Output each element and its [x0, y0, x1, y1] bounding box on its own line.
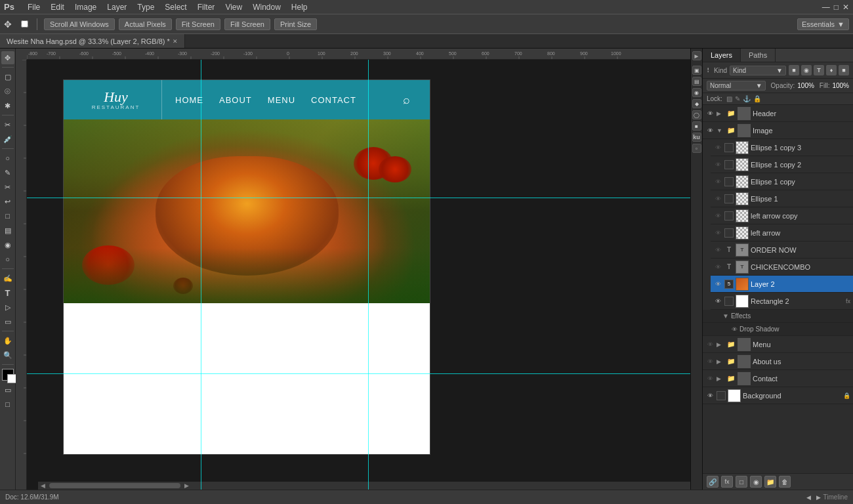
foreground-color[interactable]: [2, 369, 14, 381]
tab-paths[interactable]: Paths: [741, 49, 776, 62]
menu-window[interactable]: Window: [253, 3, 281, 12]
visibility-menu[interactable]: 👁: [705, 340, 715, 349]
visibility-ellipse[interactable]: 👁: [713, 194, 722, 203]
shape-tool[interactable]: ▭: [1, 315, 14, 328]
nav-menu[interactable]: MENU: [268, 95, 295, 105]
lock-all-icon[interactable]: 🔒: [753, 95, 761, 102]
tool-small-3[interactable]: ◉: [692, 88, 701, 97]
visibility-image[interactable]: 👁: [705, 126, 715, 135]
menu-image[interactable]: Image: [75, 3, 96, 12]
auto-select-checkbox[interactable]: [21, 20, 28, 28]
layer-fx-btn[interactable]: fx: [721, 476, 733, 488]
search-icon[interactable]: ⌕: [403, 93, 410, 107]
tool-small-7[interactable]: ku: [692, 133, 701, 142]
expand-image[interactable]: ▼: [717, 127, 724, 134]
visibility-ellipse-copy[interactable]: 👁: [713, 177, 722, 186]
hand-tool[interactable]: ✋: [1, 334, 14, 347]
canvas-area[interactable]: -800 -700 -600 -500 -400 -300 -200 -100: [16, 49, 690, 490]
layer-menu-folder[interactable]: 👁 ▶ 📁 Menu: [703, 336, 853, 353]
menu-view[interactable]: View: [225, 3, 242, 12]
scrollbar-thumb[interactable]: [49, 483, 180, 488]
scroll-all-windows-btn[interactable]: Scroll All Windows: [44, 18, 115, 30]
essentials-dropdown[interactable]: Essentials ▼: [797, 18, 849, 30]
visibility-order-now[interactable]: 👁: [713, 245, 722, 255]
blur-tool[interactable]: ◉: [1, 238, 14, 251]
brush-tool[interactable]: ✎: [1, 166, 14, 179]
layer-image-folder[interactable]: 👁 ▼ 📁 Image: [703, 122, 853, 139]
menu-filter[interactable]: Filter: [198, 3, 215, 12]
menu-select[interactable]: Select: [165, 3, 186, 12]
filter-adjustment-icon[interactable]: ◉: [801, 65, 812, 75]
menu-type[interactable]: Type: [137, 3, 154, 12]
layer-rectangle-2[interactable]: 👁 Rectangle 2 fx: [711, 293, 853, 310]
gradient-tool[interactable]: ▤: [1, 224, 14, 237]
tab-layers[interactable]: Layers: [703, 49, 741, 62]
layer-ellipse-1-copy-2[interactable]: 👁 Ellipse 1 copy 2: [711, 156, 853, 173]
tool-small-5[interactable]: ◯: [692, 110, 701, 119]
layer-order-now[interactable]: 👁 T T ORDER NOW: [711, 242, 853, 259]
layer-2[interactable]: 👁 5 Layer 2: [711, 276, 853, 293]
screen-mode[interactable]: □: [1, 398, 14, 411]
visibility-rectangle2[interactable]: 👁: [713, 297, 722, 306]
kind-dropdown[interactable]: Kind ▼: [730, 66, 786, 75]
menu-layer[interactable]: Layer: [107, 3, 127, 12]
eyedropper-tool[interactable]: 💉: [1, 133, 14, 146]
fit-screen-btn[interactable]: Fit Screen: [176, 18, 220, 30]
layer-ellipse-1-copy-3[interactable]: 👁 Ellipse 1 copy 3: [711, 139, 853, 156]
filter-type-icon[interactable]: T: [814, 65, 824, 75]
eraser-tool[interactable]: □: [1, 209, 14, 222]
layer-chickencombo[interactable]: 👁 T T CHICKENCOMBO: [711, 259, 853, 276]
visibility-ellipse-copy3[interactable]: 👁: [713, 143, 722, 152]
scrollbar-horizontal[interactable]: ◀ ▶: [38, 482, 690, 490]
visibility-left-arrow[interactable]: 👁: [713, 228, 722, 238]
lock-pixels-icon[interactable]: ✎: [735, 95, 740, 102]
scroll-arrow-right[interactable]: ▶: [816, 494, 821, 501]
close-btn[interactable]: ✕: [843, 3, 849, 12]
visibility-left-arrow-copy[interactable]: 👁: [713, 211, 722, 220]
layer-ellipse-1-copy[interactable]: 👁 Ellipse 1 copy: [711, 173, 853, 190]
tool-small-2[interactable]: ▤: [692, 77, 701, 86]
filter-smart-icon[interactable]: ■: [839, 65, 849, 75]
expand-contact[interactable]: ▶: [717, 375, 724, 382]
scroll-arrow-left[interactable]: ◀: [806, 494, 811, 501]
add-mask-btn[interactable]: □: [736, 476, 747, 488]
visibility-chickencombo[interactable]: 👁: [713, 262, 722, 272]
nav-contact[interactable]: CONTACT: [311, 95, 356, 105]
pen-tool[interactable]: ✍: [1, 272, 14, 285]
print-size-btn[interactable]: Print Size: [274, 18, 317, 30]
layer-header-folder[interactable]: 👁 ▶ 📁 Header: [703, 105, 853, 122]
visibility-ellipse-copy2[interactable]: 👁: [713, 160, 722, 169]
layer-left-arrow-copy[interactable]: 👁 left arrow copy: [711, 207, 853, 224]
nav-about[interactable]: ABOUT: [219, 95, 252, 105]
quick-selection-tool[interactable]: ✱: [1, 99, 14, 112]
layer-background[interactable]: 👁 Background 🔒: [703, 387, 853, 404]
filter-shape-icon[interactable]: ♦: [826, 65, 837, 75]
tool-small-4[interactable]: ◆: [692, 99, 701, 108]
visibility-layer2[interactable]: 👁: [713, 280, 722, 289]
tool-small-6[interactable]: ■: [692, 121, 701, 131]
clone-stamp-tool[interactable]: ✂: [1, 180, 14, 194]
zoom-tool[interactable]: 🔍: [1, 348, 14, 362]
maximize-btn[interactable]: □: [834, 3, 839, 12]
tab-close-btn[interactable]: ✕: [173, 38, 178, 45]
opacity-value[interactable]: 100%: [797, 82, 814, 89]
expand-header[interactable]: ▶: [717, 110, 724, 117]
dodge-tool[interactable]: ○: [1, 253, 14, 266]
effects-expand[interactable]: ▼: [722, 312, 729, 320]
type-tool[interactable]: T: [1, 286, 14, 299]
background-color[interactable]: [7, 374, 16, 383]
menu-help[interactable]: Help: [291, 3, 308, 12]
minimize-btn[interactable]: —: [822, 3, 830, 12]
scroll-left-btn[interactable]: ◀: [38, 482, 48, 489]
lock-transparency-icon[interactable]: ▨: [726, 95, 732, 102]
document-tab[interactable]: Wesite Nha Hang.psd @ 33.3% (Layer 2, RG…: [0, 34, 185, 48]
link-layers-btn[interactable]: 🔗: [707, 476, 718, 488]
menu-edit[interactable]: Edit: [51, 3, 64, 12]
menu-file[interactable]: File: [28, 3, 40, 12]
lock-position-icon[interactable]: ⚓: [743, 95, 751, 102]
tool-small-1[interactable]: ▣: [692, 66, 701, 75]
fill-value[interactable]: 100%: [832, 82, 849, 89]
scroll-right-btn[interactable]: ▶: [182, 482, 192, 489]
new-folder-btn[interactable]: 📁: [764, 476, 776, 488]
rectangular-marquee-tool[interactable]: ▢: [1, 70, 14, 83]
